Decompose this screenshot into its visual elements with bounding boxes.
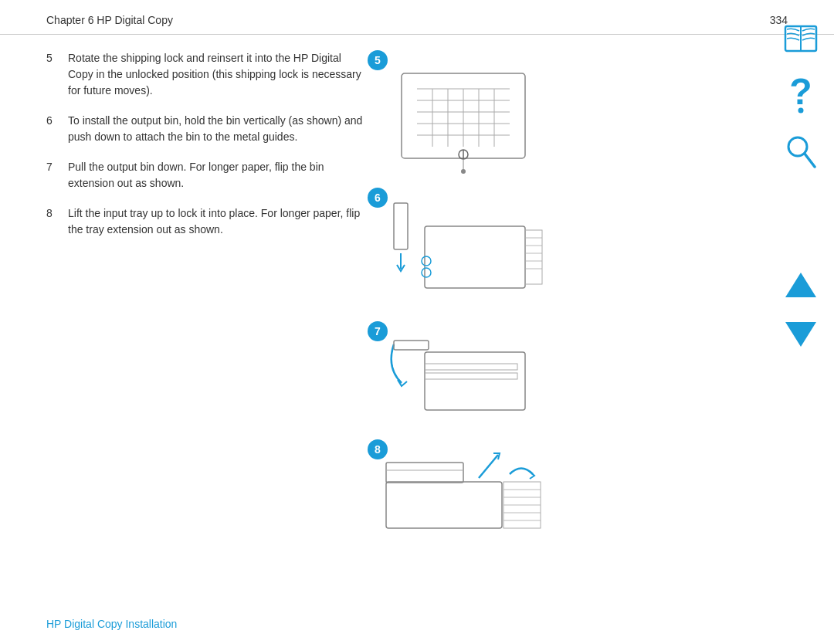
illus-8-svg: [378, 439, 548, 540]
search-icon[interactable]: [785, 134, 816, 174]
header-chapter: Chapter 6 HP Digital Copy: [46, 14, 173, 26]
svg-rect-17: [525, 230, 542, 284]
svg-point-24: [422, 268, 431, 277]
svg-rect-27: [425, 364, 517, 370]
svg-rect-15: [425, 226, 525, 288]
svg-point-14: [461, 169, 466, 174]
step-8-number: 8: [46, 205, 68, 238]
badge-6: 6: [368, 188, 388, 208]
step-8: 8 Lift the input tray up to lock it into…: [46, 205, 363, 238]
badge-7: 7: [368, 321, 388, 341]
illus-step-7: 7: [378, 321, 548, 422]
side-navigation: ?: [779, 23, 822, 347]
svg-rect-28: [425, 373, 517, 379]
badge-5: 5: [368, 50, 388, 70]
illus-step-5: 5: [378, 50, 548, 174]
svg-rect-29: [386, 482, 502, 528]
step-8-text: Lift the input tray up to lock it into p…: [68, 205, 363, 238]
svg-text:?: ?: [789, 75, 812, 112]
arrow-up-icon[interactable]: [785, 273, 816, 297]
footer-text: HP Digital Copy Installation: [46, 618, 177, 630]
main-content: 5 Rotate the shipping lock and reinsert …: [0, 35, 834, 602]
step-7-text: Pull the output bin down. For longer pap…: [68, 159, 363, 192]
svg-line-43: [805, 154, 815, 167]
step-6-text: To install the output bin, hold the bin …: [68, 113, 363, 145]
illustrations-column: 5: [378, 50, 788, 586]
step-6-number: 6: [46, 113, 68, 145]
page-header: Chapter 6 HP Digital Copy 334: [0, 0, 834, 35]
text-column: 5 Rotate the shipping lock and reinsert …: [46, 50, 378, 586]
step-5-text: Rotate the shipping lock and reinsert it…: [68, 50, 363, 99]
step-7: 7 Pull the output bin down. For longer p…: [46, 159, 363, 192]
footer: HP Digital Copy Installation: [46, 618, 177, 630]
svg-rect-16: [394, 203, 408, 249]
illus-step-8: 8: [378, 439, 548, 540]
svg-point-23: [422, 256, 431, 266]
step-5: 5 Rotate the shipping lock and reinsert …: [46, 50, 363, 99]
question-icon[interactable]: ?: [788, 75, 813, 116]
step-5-number: 5: [46, 50, 68, 99]
badge-8: 8: [368, 439, 388, 459]
step-6: 6 To install the output bin, hold the bi…: [46, 113, 363, 145]
svg-rect-30: [386, 463, 463, 483]
illus-6-svg: [378, 188, 548, 303]
illus-5-svg: [378, 50, 548, 174]
book-icon[interactable]: [784, 23, 818, 56]
svg-rect-25: [425, 352, 525, 410]
step-7-number: 7: [46, 159, 68, 192]
illus-7-svg: [378, 321, 548, 422]
arrow-down-icon[interactable]: [785, 322, 816, 347]
illus-step-6: 6: [378, 188, 548, 303]
svg-rect-26: [394, 341, 429, 350]
svg-point-41: [798, 108, 803, 114]
